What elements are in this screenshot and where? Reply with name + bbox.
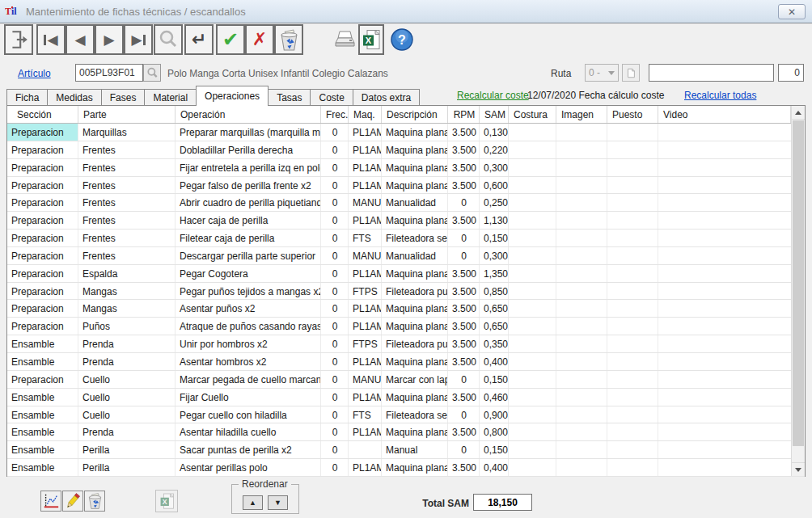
table-cell[interactable]: Ensamble [7, 353, 78, 370]
table-cell[interactable]: 3.500 [448, 265, 480, 282]
table-cell[interactable]: Preparacion [7, 318, 78, 335]
table-cell[interactable]: 0 [321, 265, 349, 282]
ruta-select[interactable]: 0 - [585, 64, 619, 82]
tab-material[interactable]: Material [144, 89, 197, 105]
delete-button[interactable] [274, 24, 303, 55]
table-row[interactable]: PreparacionMangasAsentar puños x20PL1AMM… [7, 300, 805, 318]
table-cell[interactable] [607, 124, 658, 141]
table-cell[interactable] [556, 441, 607, 458]
table-cell[interactable]: 0 [448, 441, 480, 458]
table-cell[interactable]: 0,300 [480, 247, 509, 264]
table-cell[interactable]: Asentar puños x2 [176, 300, 321, 317]
table-row[interactable]: PreparacionEspaldaPegar Cogotera0PL1AMMa… [7, 265, 805, 283]
table-row[interactable]: PreparacionFrentesFijar entretela a peri… [7, 159, 805, 177]
table-cell[interactable] [658, 247, 805, 264]
table-cell[interactable]: 0,250 [480, 194, 509, 211]
table-cell[interactable]: 0 [321, 335, 349, 352]
table-cell[interactable]: 0 [321, 459, 349, 476]
column-header[interactable]: Video [658, 106, 791, 123]
table-cell[interactable] [509, 124, 556, 141]
table-cell[interactable]: 0,150 [480, 230, 509, 246]
table-row[interactable]: PreparacionMarquillasPreparar marquillas… [7, 124, 805, 141]
table-cell[interactable] [556, 459, 607, 476]
table-cell[interactable] [658, 194, 805, 211]
table-cell[interactable] [607, 212, 658, 229]
table-cell[interactable]: Espalda [78, 265, 176, 282]
table-cell[interactable]: 3.500 [448, 353, 480, 370]
table-cell[interactable] [658, 353, 805, 370]
column-header[interactable]: Parte [78, 106, 176, 123]
table-cell[interactable] [556, 265, 607, 282]
table-cell[interactable]: Fileteadora pun... [382, 283, 448, 300]
column-header[interactable]: Imagen [556, 106, 607, 123]
table-cell[interactable]: 0,150 [480, 441, 509, 458]
table-cell[interactable]: 0 [321, 389, 349, 406]
table-cell[interactable]: Sacar puntas de perilla x2 [176, 441, 321, 458]
table-cell[interactable]: Preparacion [7, 141, 78, 158]
enter-button[interactable]: ↵ [184, 24, 214, 55]
close-button[interactable]: ✕ [778, 4, 806, 19]
table-cell[interactable]: MANU [349, 194, 382, 211]
table-cell[interactable]: 1,130 [480, 212, 509, 229]
table-cell[interactable] [658, 423, 805, 440]
table-cell[interactable]: FTS [349, 230, 382, 246]
articulo-link[interactable]: Artículo [18, 68, 51, 79]
table-cell[interactable]: 3.500 [448, 141, 480, 158]
tab-fases[interactable]: Fases [101, 89, 146, 105]
table-cell[interactable] [607, 335, 658, 352]
table-cell[interactable]: Descargar perilla parte superior [176, 247, 321, 264]
table-row[interactable]: EnsambleCuelloFijar Cuello0PL1AMMaquina … [7, 389, 805, 406]
tab-datos-extra[interactable]: Datos extra [353, 89, 420, 105]
table-cell[interactable]: Maquina plana ... [382, 389, 448, 406]
table-cell[interactable]: 0 [321, 371, 349, 388]
table-cell[interactable] [509, 159, 556, 176]
table-row[interactable]: EnsamblePerillaSacar puntas de perilla x… [7, 441, 805, 459]
table-cell[interactable] [607, 459, 658, 476]
table-cell[interactable]: Puños [78, 318, 176, 335]
table-cell[interactable]: Frentes [78, 177, 176, 194]
table-cell[interactable] [658, 124, 805, 141]
table-cell[interactable]: Prenda [78, 353, 176, 370]
table-cell[interactable]: Pegar cuello con hiladilla [176, 406, 321, 423]
table-cell[interactable]: FTPS [349, 335, 382, 352]
table-cell[interactable] [509, 441, 556, 458]
table-cell[interactable]: 0 [448, 371, 480, 388]
table-cell[interactable]: 0,400 [480, 353, 509, 370]
table-cell[interactable]: Preparacion [7, 265, 78, 282]
table-cell[interactable]: Abrir cuadro de perilla piquetiando [176, 194, 321, 211]
table-cell[interactable]: 0,850 [480, 283, 509, 300]
move-up-button[interactable]: ▲ [243, 495, 263, 510]
table-cell[interactable] [509, 194, 556, 211]
table-cell[interactable]: 0 [321, 124, 349, 141]
table-cell[interactable]: PL1AM [349, 389, 382, 406]
move-down-button[interactable]: ▼ [268, 495, 288, 510]
table-cell[interactable]: Ensamble [7, 335, 78, 352]
table-row[interactable]: PreparacionFrentesDescargar perilla part… [7, 247, 805, 265]
table-cell[interactable]: Frentes [78, 159, 176, 176]
table-cell[interactable] [607, 194, 658, 211]
table-cell[interactable] [349, 441, 382, 458]
table-cell[interactable]: 0,130 [480, 124, 509, 141]
table-cell[interactable]: Pegar Cogotera [176, 265, 321, 282]
table-cell[interactable] [509, 353, 556, 370]
table-cell[interactable] [556, 159, 607, 176]
table-cell[interactable]: Fileteadora sen... [382, 406, 448, 423]
table-cell[interactable] [556, 335, 607, 352]
column-header[interactable]: Frec. [321, 106, 349, 123]
table-cell[interactable] [658, 335, 805, 352]
next-record-button[interactable]: ▶ [95, 24, 124, 55]
ruta-aux-input[interactable] [649, 64, 774, 82]
chart-button[interactable] [40, 491, 61, 512]
table-cell[interactable] [509, 283, 556, 300]
table-cell[interactable] [658, 441, 805, 458]
table-cell[interactable] [658, 212, 805, 229]
table-cell[interactable] [509, 371, 556, 388]
table-cell[interactable] [658, 371, 805, 388]
table-cell[interactable] [556, 230, 607, 246]
recalcular-coste-link[interactable]: Recalcular coste [457, 90, 529, 101]
table-cell[interactable] [607, 230, 658, 246]
table-cell[interactable] [658, 265, 805, 282]
table-cell[interactable]: Preparacion [7, 300, 78, 317]
recalcular-todas-link[interactable]: Recalcular todas [684, 90, 756, 101]
table-cell[interactable] [607, 353, 658, 370]
